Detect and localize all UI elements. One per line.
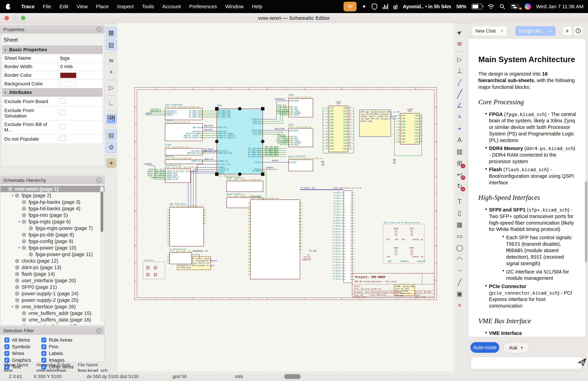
erc-check-icon[interactable]: ▷ (106, 83, 116, 92)
mode-select[interactable]: Ask ▼ (503, 342, 529, 354)
bus-entry-icon[interactable]: ∠ (455, 100, 464, 110)
grid-overrides-icon[interactable]: ▧ (106, 39, 117, 50)
hierarchy-item[interactable]: power-supply-2 (page 25) (0, 297, 104, 303)
hierarchy-panel-header[interactable]: Schematic Hierarchy ✕ (0, 176, 104, 184)
hierarchy-item[interactable]: ▾fpga-mgts (page 6) (0, 218, 104, 225)
sync-sheet-pins-icon[interactable]: ↻∞ (455, 181, 464, 191)
checkbox-checked[interactable]: ✓ (41, 337, 46, 343)
property-value[interactable] (58, 134, 103, 144)
menu-edit[interactable]: Edit (55, 4, 73, 9)
selection-filter-header[interactable]: Selection Filter ✕ (0, 326, 104, 335)
tools-icon[interactable]: ⚙ (106, 142, 117, 153)
filter-option[interactable]: ✓Labels (41, 351, 104, 356)
cursor-shape-icon[interactable]: + (106, 67, 116, 77)
color-swatch[interactable] (60, 81, 76, 87)
import-sheet-pin-icon[interactable]: ↩↶ (455, 170, 464, 179)
table-icon[interactable]: ▦ (455, 220, 464, 229)
send-button[interactable] (577, 357, 587, 367)
menu-clock[interactable]: Wed Jan 7 11:36 AM (536, 4, 584, 9)
filter-option[interactable]: ✓Symbols (4, 344, 41, 350)
menu-preferences[interactable]: Preferences (185, 4, 221, 9)
hierarchy-item[interactable]: fpga-mgts-power (page 7) (0, 225, 104, 231)
property-value[interactable] (58, 97, 103, 106)
hierarchy-item[interactable]: vme_buffers_data (page 16) (0, 316, 104, 323)
tab-new-chat[interactable]: New Chat✕ (472, 26, 507, 36)
chat-message-area[interactable]: Main System ArchitectureThe design is or… (469, 39, 585, 336)
checkbox[interactable] (60, 135, 66, 141)
property-value[interactable]: 0 mils (58, 63, 103, 71)
draw-wire-icon[interactable]: ╱ (455, 77, 464, 87)
expand-chevron-icon[interactable]: ▾ (3, 187, 8, 191)
hierarchy-navigator-icon[interactable]: ▤ (106, 130, 117, 140)
sparkle-icon[interactable]: ✦ (362, 3, 366, 10)
hierarchy-item[interactable]: fpga-hd-banks (page 4) (0, 205, 104, 212)
property-value[interactable]: fpga (58, 54, 103, 63)
hierarchy-item[interactable]: fpga-power-gnd (page 11) (0, 251, 104, 258)
auto-route-button[interactable]: Auto-route (470, 342, 499, 353)
close-icon[interactable]: ✕ (96, 27, 102, 33)
hierarchy-item[interactable]: ddr4-ps (page 13) (0, 264, 104, 271)
expand-chevron-icon[interactable]: ▾ (10, 304, 15, 309)
wifi-icon[interactable] (488, 4, 494, 9)
menu-window[interactable]: Window (221, 4, 248, 9)
shield-icon[interactable] (372, 3, 378, 10)
color-swatch[interactable] (60, 73, 76, 78)
hierarchy-item[interactable]: fpga-hp-banks (page 3) (0, 199, 104, 205)
line-icon[interactable]: ╱ (455, 277, 464, 287)
expand-chevron-icon[interactable]: ▾ (17, 219, 22, 224)
section-header[interactable]: ▾Attributes (2, 88, 103, 97)
select-tool-icon[interactable]: ► (455, 27, 464, 37)
hierarchy-item[interactable]: fpga-ps-ddr (page 8) (0, 231, 104, 238)
checkbox-checked[interactable]: ✓ (4, 337, 9, 343)
bezier-icon[interactable]: ~ (455, 266, 464, 276)
control-center-icon[interactable] (510, 4, 520, 9)
grid-settings-icon[interactable]: ▦ (106, 27, 117, 38)
checkbox[interactable] (60, 98, 66, 104)
delete-tool-icon[interactable]: × (455, 300, 464, 310)
hierarchical-sheet-icon[interactable]: ⊞+ (455, 158, 464, 168)
chat-scrollbar-thumb[interactable] (585, 181, 587, 262)
junction-icon[interactable]: ● (455, 123, 464, 133)
checkbox-checked[interactable]: ✓ (4, 358, 9, 363)
ai-assistant-icon[interactable]: ✦ (106, 158, 116, 168)
expand-chevron-icon[interactable]: ▾ (10, 193, 15, 198)
menu-file[interactable]: File (39, 4, 55, 9)
hierarchy-item[interactable]: ▾vme-wren (page 1) (0, 186, 104, 192)
hierarchy-item[interactable]: flash (page 14) (0, 271, 104, 277)
schematic-canvas[interactable]: 1122334455667788AABBCCDDEEFFESD strips a… (118, 23, 454, 372)
grammarly-icon[interactable]: g| (393, 4, 398, 9)
chat-input[interactable] (470, 357, 583, 369)
checkbox[interactable] (60, 110, 66, 115)
hierarchy-item[interactable]: vme_p1_p2 (page 17) (0, 323, 104, 325)
property-value[interactable] (58, 80, 103, 88)
hierarchy-scrollbar[interactable] (100, 186, 104, 322)
properties-panel-header[interactable]: Properties ✕ (0, 25, 104, 34)
history-button[interactable] (574, 26, 583, 35)
highlight-net-icon[interactable]: ≋ (455, 39, 464, 49)
microphone-icon[interactable]: Ψ (343, 2, 357, 11)
close-tab-icon[interactable]: ✕ (549, 29, 552, 33)
property-value[interactable] (58, 106, 103, 120)
ellipse-icon[interactable]: ◯ (455, 243, 464, 253)
hierarchical-label-icon[interactable]: ▨ (455, 146, 464, 157)
menu-place[interactable]: Place (92, 4, 113, 9)
close-icon[interactable]: ✕ (96, 178, 102, 183)
hierarchy-item[interactable]: vme_buffers_addr (page 15) (0, 310, 104, 316)
menu-tools[interactable]: Tools (138, 4, 158, 9)
property-value[interactable] (58, 120, 103, 134)
close-icon[interactable]: ✕ (96, 328, 102, 334)
stats-bars-icon[interactable] (382, 4, 388, 9)
place-power-port-icon[interactable]: ⊥ (455, 66, 464, 76)
hierarchy-item[interactable]: power-supply-1 (page 24) (0, 290, 104, 297)
apple-menu-icon[interactable] (6, 4, 10, 9)
units-inches-icon[interactable]: in (106, 56, 116, 66)
no-connect-icon[interactable]: × (455, 112, 464, 122)
hierarchy-item[interactable]: fpga-mio (page 5) (0, 212, 104, 218)
draw-bus-icon[interactable]: ╱ (455, 89, 464, 99)
checkbox-checked[interactable]: ✓ (4, 351, 9, 356)
hierarchy-item[interactable]: clocks (page 12) (0, 258, 104, 264)
annotate-icon[interactable]: R??R42 (106, 113, 117, 124)
rectangle-icon[interactable]: ▭ (455, 231, 464, 241)
loom-icon[interactable] (525, 3, 531, 10)
image-icon[interactable]: ▣ (455, 289, 464, 299)
